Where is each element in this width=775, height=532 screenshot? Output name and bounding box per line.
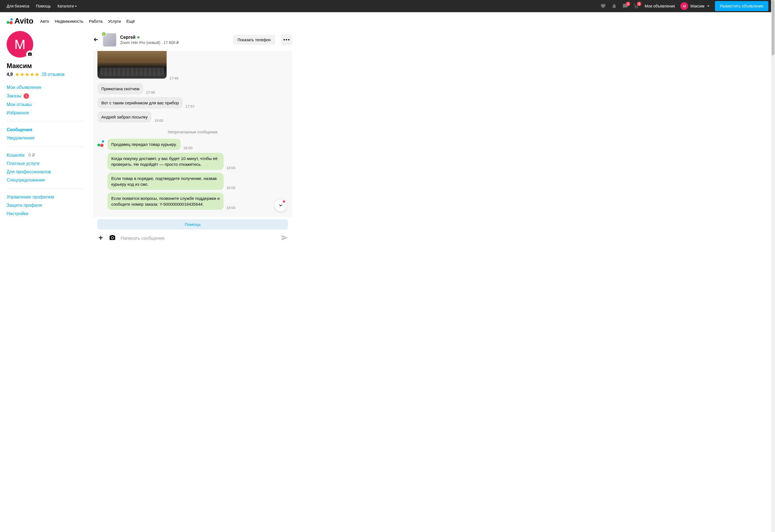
divider bbox=[7, 121, 84, 121]
orders-badge: 1 bbox=[24, 93, 29, 99]
item-price-line: Zoom H4n Pro (новый) · 17 600 ₽ bbox=[120, 40, 229, 45]
messages-icon[interactable]: 1 bbox=[623, 3, 628, 9]
user-name-label: Максим bbox=[690, 4, 704, 8]
sidebar: М Максим 4,9 28 отзывов Мои объявления З… bbox=[7, 31, 84, 248]
seller-name: Сергей bbox=[120, 35, 136, 40]
sidenav-notifications[interactable]: Уведомления bbox=[7, 134, 84, 142]
send-button[interactable] bbox=[281, 234, 288, 242]
catalogs-dropdown[interactable]: Каталоги bbox=[58, 4, 77, 8]
chat-title-block[interactable]: Сергей Zoom H4n Pro (новый) · 17 600 ₽ bbox=[120, 35, 229, 45]
chat-body: 17:48 Примотана скотчем 17:48 Вот с таки… bbox=[93, 51, 292, 217]
topbar-left: Для бизнеса Помощь Каталоги bbox=[7, 4, 77, 8]
sidenav-protect[interactable]: Защита профиля bbox=[7, 201, 84, 209]
post-ad-button[interactable]: Разместить объявление bbox=[715, 1, 768, 11]
sidenav-my-reviews[interactable]: Мои отзывы bbox=[7, 101, 84, 108]
system-bubble: Если товар в порядке, подтвердите получе… bbox=[107, 173, 224, 190]
sidenav-favorites[interactable]: Избранное bbox=[7, 109, 84, 117]
page-scrollbar[interactable] bbox=[771, 0, 775, 248]
send-icon bbox=[281, 234, 288, 241]
my-ads-link[interactable]: Мои объявления bbox=[645, 4, 675, 8]
system-message-row: Продавец передал товар курьеру. 18:00 bbox=[97, 139, 288, 150]
chevron-down-icon bbox=[278, 203, 283, 208]
message-time: 17:57 bbox=[185, 104, 194, 108]
system-bubble: Когда покупку доставят, у вас будет 10 м… bbox=[107, 153, 224, 170]
help-link[interactable]: Помощь bbox=[36, 4, 51, 8]
composer bbox=[93, 229, 292, 248]
online-dot-icon bbox=[137, 36, 139, 38]
chat-header: С Сергей Zoom H4n Pro (новый) · 17 600 ₽… bbox=[93, 31, 292, 51]
change-photo-button[interactable] bbox=[26, 50, 34, 58]
message-bubble: Примотана скотчем bbox=[97, 83, 143, 94]
new-message-dot bbox=[283, 200, 285, 202]
sidenav-messages[interactable]: Сообщения bbox=[7, 126, 84, 134]
seller-initial-badge: С bbox=[101, 32, 106, 37]
business-link[interactable]: Для бизнеса bbox=[7, 4, 29, 8]
logo[interactable]: Avito bbox=[7, 17, 33, 25]
topbar-right: 1 2 Мои объявления М Максим Разместить о… bbox=[600, 1, 768, 11]
plus-icon bbox=[97, 234, 104, 241]
favorites-icon[interactable] bbox=[600, 3, 606, 9]
back-button[interactable] bbox=[93, 37, 99, 43]
sidenav-wallet[interactable]: Кошелёк 0 ₽ bbox=[7, 151, 84, 159]
camera-icon bbox=[109, 234, 116, 241]
scrollbar-thumb[interactable] bbox=[772, 0, 774, 55]
nav-auto[interactable]: Авто bbox=[40, 19, 49, 24]
item-thumb-wrap[interactable]: С bbox=[103, 33, 116, 46]
message-input[interactable] bbox=[121, 236, 276, 241]
sidenav-paid[interactable]: Платные услуги bbox=[7, 160, 84, 167]
message-time: 18:00 bbox=[226, 166, 235, 170]
chat-scroll[interactable]: 17:48 Примотана скотчем 17:48 Вот с таки… bbox=[97, 51, 288, 210]
nav-work[interactable]: Работа bbox=[89, 19, 103, 24]
sidenav-orders-label: Заказы bbox=[7, 93, 21, 98]
wallet-balance: 0 ₽ bbox=[28, 152, 35, 158]
sidenav-my-ads[interactable]: Мои объявления bbox=[7, 84, 84, 91]
rating-score: 4,9 bbox=[7, 72, 13, 77]
message-bubble: Вот с таким серийником для вас прибор bbox=[97, 97, 183, 108]
nav-more[interactable]: Ещё bbox=[126, 19, 135, 24]
user-menu[interactable]: М Максим bbox=[680, 2, 709, 10]
message-bubble: Андрей забрал посылку bbox=[97, 111, 151, 123]
user-avatar-small: М bbox=[680, 2, 688, 10]
more-button[interactable]: ••• bbox=[281, 34, 292, 45]
nav-services[interactable]: Услуги bbox=[108, 19, 121, 24]
sidenav-manage[interactable]: Управление профилем bbox=[7, 193, 84, 201]
message-image-row: 17:48 bbox=[97, 51, 288, 80]
message-row: Вот с таким серийником для вас прибор 17… bbox=[97, 97, 288, 108]
sidenav-settings[interactable]: Настройки bbox=[7, 210, 84, 217]
arrow-left-icon bbox=[93, 37, 99, 43]
message-time: 18:00 bbox=[154, 118, 163, 123]
unread-divider: Непрочитанные сообщения bbox=[97, 125, 288, 139]
notifications-icon[interactable] bbox=[611, 3, 617, 9]
show-phone-button[interactable]: Показать телефон bbox=[233, 35, 275, 45]
message-image[interactable] bbox=[97, 51, 167, 79]
chat-panel: С Сергей Zoom H4n Pro (новый) · 17 600 ₽… bbox=[93, 31, 292, 248]
message-time: 18:00 bbox=[226, 186, 235, 190]
side-nav: Мои объявления Заказы 1 Мои отзывы Избра… bbox=[7, 84, 84, 217]
nav-realty[interactable]: Недвижимость bbox=[55, 19, 83, 24]
help-button[interactable]: Помощь bbox=[97, 219, 288, 229]
profile-avatar-wrap: М bbox=[7, 31, 33, 58]
system-bubble: Продавец передал товар курьеру. bbox=[107, 139, 181, 150]
system-message-row: Если товар в порядке, подтвердите получе… bbox=[107, 173, 288, 190]
camera-icon bbox=[28, 52, 32, 56]
sidenav-orders[interactable]: Заказы 1 bbox=[7, 92, 84, 100]
scroll-down-button[interactable] bbox=[274, 199, 287, 211]
reviews-link[interactable]: 28 отзывов bbox=[41, 72, 64, 77]
chat-title: Сергей bbox=[120, 35, 229, 40]
camera-button[interactable] bbox=[109, 234, 116, 242]
system-message-row: Когда покупку доставят, у вас будет 10 м… bbox=[107, 153, 288, 170]
profile-name: Максим bbox=[7, 62, 84, 70]
system-bubble: Если появятся вопросы, позвоните службе … bbox=[107, 193, 224, 210]
logo-text: Avito bbox=[14, 17, 33, 25]
sidenav-pro[interactable]: Для профессионалов bbox=[7, 168, 84, 176]
cart-icon[interactable]: 2 bbox=[634, 3, 639, 9]
message-time: 18:00 bbox=[226, 206, 235, 210]
sidenav-special[interactable]: Спецпредложения bbox=[7, 176, 84, 184]
attach-button[interactable] bbox=[97, 234, 104, 242]
system-avatar-icon bbox=[97, 140, 105, 147]
logo-dots-icon bbox=[7, 18, 13, 24]
navbar: Avito Авто Недвижимость Работа Услуги Ещ… bbox=[0, 12, 775, 31]
messages-badge: 1 bbox=[626, 2, 630, 6]
stars-icon bbox=[15, 72, 39, 77]
divider bbox=[7, 146, 84, 147]
